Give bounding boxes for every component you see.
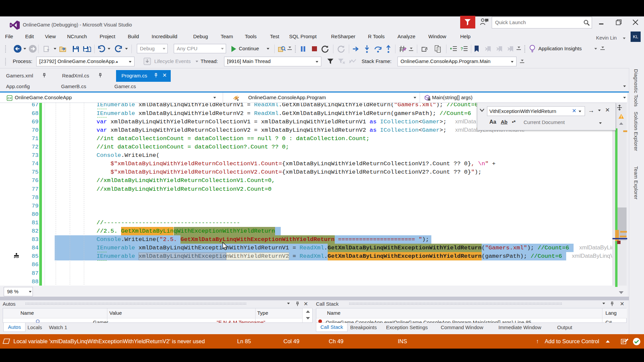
svg-text:?: ? [461,47,463,51]
svg-text:C#: C# [8,97,12,100]
